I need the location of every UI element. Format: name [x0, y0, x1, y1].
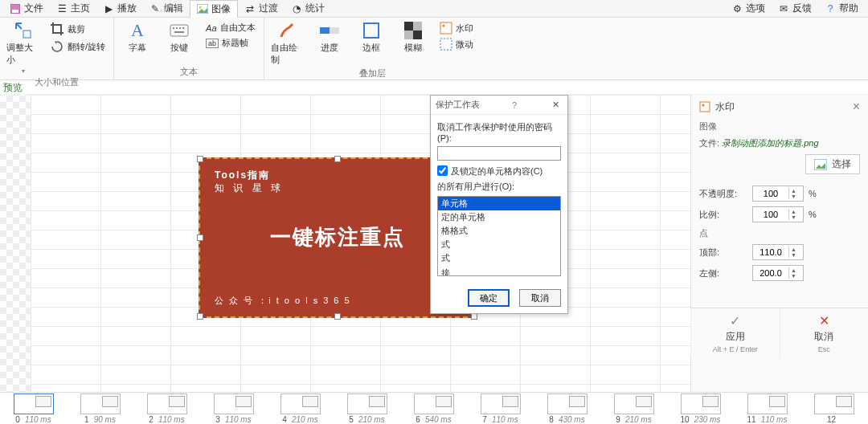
frame-index: 10 — [681, 415, 690, 424]
up-icon[interactable]: ▲ — [789, 267, 798, 273]
caption-button[interactable]: A字幕 — [121, 21, 154, 54]
frame-duration: 210 ms — [625, 415, 652, 424]
menu-options[interactable]: ⚙选项 — [725, 0, 772, 17]
panel-close-icon[interactable]: × — [853, 100, 860, 114]
dialog-close-icon[interactable]: ✕ — [549, 100, 563, 110]
frame[interactable]: 12 — [800, 393, 867, 424]
top-spinner[interactable]: ▲▼ — [752, 244, 804, 260]
frame[interactable]: 11110 ms — [734, 393, 800, 424]
frame[interactable]: 0110 ms — [0, 393, 67, 424]
check-icon: ✓ — [730, 313, 740, 328]
frame-thumb[interactable] — [481, 393, 521, 414]
keys-button[interactable]: 按键 — [162, 21, 196, 54]
down-icon[interactable]: ▼ — [789, 252, 798, 258]
list-item[interactable]: 式 — [438, 251, 560, 265]
menu-play[interactable]: ▶播放 — [96, 0, 143, 17]
handle-n[interactable] — [334, 156, 341, 162]
allow-listbox[interactable]: 单元格 定的单元格 格格式 式 式 接 — [437, 196, 561, 276]
dialog-titlebar[interactable]: 保护工作表 ? ✕ — [431, 96, 567, 115]
image-icon — [197, 3, 208, 14]
frame-thumb[interactable] — [214, 393, 254, 414]
frame-thumb[interactable] — [547, 393, 588, 414]
cancel-button[interactable]: ✕取消Esc — [780, 308, 869, 358]
menu-transition-label: 过渡 — [259, 2, 278, 15]
list-item[interactable]: 格格式 — [438, 224, 560, 238]
blur-button[interactable]: 模糊 — [396, 21, 430, 54]
frame-thumb[interactable] — [347, 393, 387, 414]
menu-help[interactable]: ?帮助 — [818, 0, 865, 17]
menu-feedback[interactable]: ✉反馈 — [772, 0, 818, 17]
border-button[interactable]: 边框 — [354, 21, 388, 54]
protect-contents-checkbox[interactable]: 及锁定的单元格内容(C) — [437, 165, 561, 177]
dialog-ok-button[interactable]: 确定 — [468, 289, 510, 307]
frame-thumb[interactable] — [80, 393, 121, 414]
menu-home[interactable]: ☰主页 — [50, 0, 96, 17]
frame-thumb[interactable] — [280, 393, 321, 414]
protect-sheet-dialog: 保护工作表 ? ✕ 取消工作表保护时使用的密码(P): 及锁定的单元格内容(C)… — [430, 95, 568, 314]
frame-thumb[interactable] — [14, 393, 54, 414]
frame-thumb[interactable] — [414, 393, 454, 414]
frame[interactable]: 3110 ms — [200, 393, 267, 424]
left-spinner[interactable]: ▲▼ — [752, 265, 804, 281]
menu-file[interactable]: 文件 — [3, 0, 50, 17]
resize-button[interactable]: 调整大小▾ — [6, 21, 40, 75]
menu-stats[interactable]: ◔统计 — [285, 0, 331, 17]
frame[interactable]: 190 ms — [67, 393, 133, 424]
frame[interactable]: 5210 ms — [334, 393, 400, 424]
frame-index: 4 — [282, 415, 287, 424]
ribbon: 调整大小▾ 裁剪 翻转/旋转 大小和位置 A字幕 按键 Aa自由文本 ab标题帧… — [0, 18, 868, 80]
crop-button[interactable]: 裁剪 — [48, 21, 107, 37]
frame-thumb[interactable] — [681, 393, 721, 414]
frame-thumb[interactable] — [814, 393, 854, 414]
handle-s[interactable] — [334, 313, 341, 320]
menu-transition[interactable]: ⇄过渡 — [238, 0, 285, 17]
frame-thumb[interactable] — [614, 393, 654, 414]
dialog-cancel-button[interactable]: 取消 — [519, 289, 561, 307]
list-item[interactable]: 单元格 — [438, 197, 560, 210]
choose-file-button[interactable]: 选择 — [805, 154, 860, 174]
dialog-help[interactable]: ? — [512, 100, 517, 110]
watermark-button[interactable]: 水印 — [438, 21, 475, 35]
handle-nw[interactable] — [197, 156, 203, 162]
list-item[interactable]: 接 — [438, 267, 560, 276]
frame-index: 1 — [84, 415, 89, 424]
down-icon[interactable]: ▼ — [789, 194, 798, 199]
handle-w[interactable] — [197, 234, 203, 241]
canvas[interactable]: Tools指南 知 识 星 球 一键标注重点 公 众 号 ：i t o o l … — [0, 95, 690, 392]
frame-duration: 230 ms — [694, 415, 721, 424]
up-icon[interactable]: ▲ — [789, 209, 798, 214]
timeline[interactable]: 0110 ms190 ms2110 ms3110 ms4210 ms5210 m… — [0, 392, 868, 424]
frame[interactable]: 2110 ms — [133, 393, 200, 424]
up-icon[interactable]: ▲ — [789, 247, 798, 252]
password-input[interactable] — [437, 146, 561, 161]
handle-sw[interactable] — [197, 313, 203, 320]
svg-rect-16 — [413, 22, 422, 31]
menu-image[interactable]: 图像 — [190, 0, 238, 18]
frame-thumb[interactable] — [147, 393, 187, 414]
freedraw-button[interactable]: 自由绘制 — [271, 21, 305, 66]
frame[interactable]: 7110 ms — [467, 393, 534, 424]
progress-button[interactable]: 进度 — [313, 21, 346, 54]
frame[interactable]: 6540 ms — [400, 393, 467, 424]
freetext-button[interactable]: Aa自由文本 — [204, 21, 256, 35]
frame-thumb[interactable] — [747, 393, 788, 414]
frame[interactable]: 8430 ms — [534, 393, 600, 424]
list-item[interactable]: 定的单元格 — [438, 210, 560, 224]
down-icon[interactable]: ▼ — [789, 273, 798, 279]
frame[interactable]: 9210 ms — [600, 393, 667, 424]
down-icon[interactable]: ▼ — [789, 214, 798, 220]
apply-button[interactable]: ✓应用Alt + E / Enter — [690, 308, 780, 358]
list-item[interactable]: 式 — [438, 238, 560, 251]
watermark-icon — [440, 22, 452, 35]
stats-icon: ◔ — [291, 3, 302, 14]
scale-spinner[interactable]: ▲▼ — [752, 206, 804, 222]
opacity-spinner[interactable]: ▲▼ — [752, 186, 804, 202]
titleframe-button[interactable]: ab标题帧 — [204, 36, 256, 50]
rotate-button[interactable]: 翻转/旋转 — [48, 39, 107, 55]
handle-se[interactable] — [471, 313, 477, 320]
frame[interactable]: 4210 ms — [267, 393, 334, 424]
micro-button[interactable]: 微动 — [438, 37, 475, 51]
up-icon[interactable]: ▲ — [789, 188, 798, 194]
menu-edit[interactable]: ✎编辑 — [143, 0, 190, 17]
frame[interactable]: 10230 ms — [667, 393, 734, 424]
